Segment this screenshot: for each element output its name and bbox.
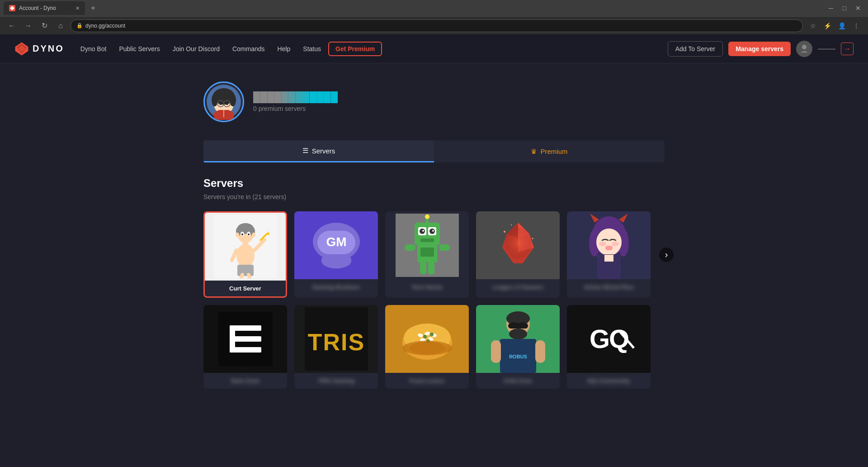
tab-premium[interactable]: ♛ Premium: [434, 140, 665, 162]
svg-point-49: [429, 229, 435, 234]
svg-point-54: [425, 214, 429, 219]
extensions-btn[interactable]: ⚡: [821, 19, 834, 32]
nav-link-status[interactable]: Status: [297, 42, 326, 56]
svg-text:GQ: GQ: [589, 324, 628, 353]
server-name-9: Chill Zone: [476, 373, 560, 389]
profile-btn[interactable]: 👤: [835, 19, 848, 32]
menu-btn[interactable]: ⋮: [850, 19, 863, 32]
logout-btn[interactable]: →: [841, 43, 854, 55]
svg-point-8: [212, 94, 218, 106]
profile-info: ████████████ 0 premium servers: [253, 91, 338, 112]
server-card-10[interactable]: GQ GQ Community: [567, 305, 651, 389]
active-tab[interactable]: Account - Dyno ✕: [4, 1, 85, 15]
premium-server-count: 0 premium servers: [253, 105, 338, 112]
add-to-server-button[interactable]: Add To Server: [668, 41, 723, 57]
nav-links: Dyno Bot Public Servers Join Our Discord…: [75, 42, 668, 56]
new-tab-btn[interactable]: +: [87, 2, 99, 14]
svg-text:ROBUS: ROBUS: [509, 354, 527, 359]
server-card-4[interactable]: League of Gamers: [476, 211, 560, 298]
svg-rect-56: [420, 248, 434, 257]
browser-right-btns: ☆ ⚡ 👤 ⋮: [807, 19, 863, 32]
servers-row-2: Dark Zone TRIS TRIS Gaming: [203, 305, 665, 389]
scroll-right-arrow[interactable]: ›: [659, 248, 674, 262]
server-card-6[interactable]: Dark Zone: [203, 305, 287, 389]
server-name-2: Gaming Brothers: [294, 279, 378, 295]
servers-row-2-container: Dark Zone TRIS TRIS Gaming: [203, 305, 665, 389]
server-thumb-8: [385, 305, 469, 373]
gq-logo-icon: GQ: [577, 307, 641, 371]
nav-bar: ← → ↻ ⌂ 🔒 dyno.gg/account ☆ ⚡ 👤 ⋮: [0, 16, 868, 34]
anime-icon: [577, 211, 641, 279]
svg-point-32: [236, 244, 255, 267]
profile-username: ████████████: [253, 91, 338, 103]
server-card-curt-server[interactable]: Curt Server: [203, 211, 287, 298]
lock-icon: 🔒: [76, 23, 83, 29]
server-thumb-6: [203, 305, 287, 373]
back-btn[interactable]: ←: [5, 19, 18, 32]
profile-avatar-img: [206, 84, 242, 120]
svg-marker-0: [10, 6, 14, 10]
svg-point-108: [509, 329, 527, 339]
svg-text:GM: GM: [326, 235, 346, 249]
tab-close-btn[interactable]: ✕: [75, 5, 80, 11]
premium-tab-label: Premium: [540, 148, 567, 155]
svg-line-37: [249, 275, 251, 278]
refresh-btn[interactable]: ↻: [38, 19, 51, 32]
dyno-logo-text: DYNO: [33, 43, 64, 54]
tab-bar: Account - Dyno ✕ + ─ □ ✕: [0, 0, 868, 16]
svg-point-50: [422, 230, 424, 232]
address-bar[interactable]: 🔒 dyno.gg/account: [71, 19, 803, 32]
server-name-3: Tech Nerds: [385, 279, 469, 295]
home-btn[interactable]: ⌂: [54, 19, 67, 32]
minimize-btn[interactable]: ─: [825, 2, 837, 14]
dyno-app: DYNO Dyno Bot Public Servers Join Our Di…: [0, 34, 868, 467]
user-profile: ████████████ 0 premium servers: [203, 81, 665, 122]
server-name-10: GQ Community: [567, 373, 651, 389]
servers-section: Servers Servers you're in (21 servers): [203, 177, 665, 389]
get-premium-button[interactable]: Get Premium: [328, 42, 382, 56]
server-card-3[interactable]: Tech Nerds: [385, 211, 469, 298]
svg-point-66: [505, 227, 532, 259]
nav-link-help[interactable]: Help: [272, 42, 296, 56]
crystal-icon: [495, 218, 541, 272]
nav-link-join-discord[interactable]: Join Our Discord: [167, 42, 225, 56]
dyno-logo[interactable]: DYNO: [14, 42, 64, 56]
server-card-7[interactable]: TRIS TRIS Gaming: [294, 305, 378, 389]
server-name-6: Dark Zone: [203, 373, 287, 389]
svg-rect-35: [237, 265, 254, 276]
nav-link-public-servers[interactable]: Public Servers: [113, 42, 165, 56]
svg-point-30: [252, 233, 255, 237]
browser-chrome: Account - Dyno ✕ + ─ □ ✕ ← → ↻ ⌂ 🔒 dyno.…: [0, 0, 868, 34]
main-nav: DYNO Dyno Bot Public Servers Join Our Di…: [0, 34, 868, 63]
svg-rect-81: [604, 255, 613, 262]
bookmark-btn[interactable]: ☆: [807, 19, 819, 32]
nav-link-commands[interactable]: Commands: [227, 42, 270, 56]
servers-tab-label: Servers: [312, 147, 335, 155]
food-icon: [396, 307, 459, 371]
tabs-container: ☰ Servers ♛ Premium: [203, 140, 665, 162]
server-thumb-2: GM: [294, 211, 378, 279]
server-card-8[interactable]: Food Lovers: [385, 305, 469, 389]
server-card-2[interactable]: GM Gaming Brothers: [294, 211, 378, 298]
server-card-5[interactable]: Anime World Plus: [567, 211, 651, 298]
close-btn[interactable]: ✕: [852, 2, 864, 14]
nav-username: ———: [818, 45, 835, 52]
server-thumb-10: GQ: [567, 305, 651, 373]
svg-point-67: [504, 231, 505, 233]
servers-title: Servers: [203, 177, 665, 190]
svg-point-51: [432, 230, 434, 232]
svg-rect-57: [405, 244, 415, 251]
user-avatar[interactable]: [796, 41, 812, 57]
svg-rect-86: [230, 325, 235, 353]
server-card-9[interactable]: ROBUS Chill Zone: [476, 305, 560, 389]
svg-rect-107: [519, 322, 526, 328]
maximize-btn[interactable]: □: [838, 2, 851, 14]
server-thumb-curt: [205, 213, 286, 281]
nav-link-dyno-bot[interactable]: Dyno Bot: [75, 42, 112, 56]
tab-servers[interactable]: ☰ Servers: [203, 140, 434, 162]
forward-btn[interactable]: →: [22, 19, 34, 32]
servers-subtitle: Servers you're in (21 servers): [203, 193, 665, 200]
svg-point-15: [219, 102, 222, 105]
manage-servers-button[interactable]: Manage servers: [728, 42, 791, 56]
svg-point-78: [612, 242, 619, 246]
